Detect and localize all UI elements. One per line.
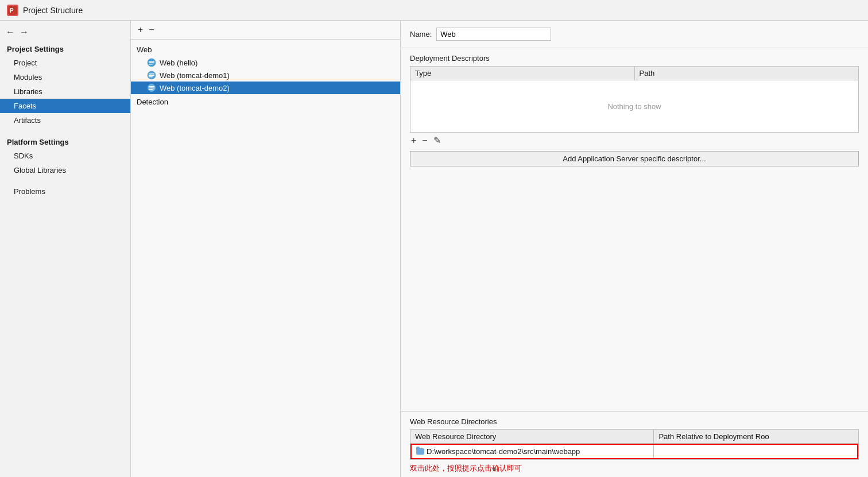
wrd-cell-path (654, 445, 857, 458)
remove-facet-button[interactable]: − (148, 25, 155, 34)
dd-toolbar: + − ✎ (401, 133, 868, 149)
svg-rect-8 (149, 75, 154, 76)
wrd-col-path: Path Relative to Deployment Roo (654, 430, 858, 443)
name-label: Name: (410, 30, 432, 38)
dd-empty-text: Nothing to show (607, 102, 661, 111)
dd-edit-button[interactable]: ✎ (432, 136, 442, 145)
back-button[interactable]: ← (5, 28, 16, 37)
dd-table-body: Nothing to show (410, 80, 858, 132)
folder-icon (416, 448, 424, 455)
facets-tree: Web Web (hello) Web (tomcat-demo1) (131, 40, 400, 477)
sidebar-item-global-libraries[interactable]: Global Libraries (0, 163, 130, 177)
dd-col-type: Type (410, 67, 635, 80)
svg-rect-7 (149, 73, 154, 75)
tree-item-web-tomcat-demo2[interactable]: Web (tomcat-demo2) (131, 82, 400, 94)
web-group-label: Web (131, 43, 400, 56)
wrd-title: Web Resource Directories (401, 412, 868, 429)
deployment-descriptors-section: Deployment Descriptors Type Path Nothing… (401, 48, 868, 230)
deployment-descriptors-table: Type Path Nothing to show (410, 66, 859, 133)
title-bar: P Project Structure (0, 0, 868, 21)
sidebar: ← → Project Settings Project Modules Lib… (0, 21, 131, 477)
wrd-cell-dir: D:\workspace\tomcat-demo2\src\main\webap… (412, 445, 654, 458)
facet-icon-demo1 (147, 71, 156, 80)
wrd-directory-path: D:\workspace\tomcat-demo2\src\main\webap… (427, 447, 580, 456)
middle-toolbar: + − (131, 21, 400, 40)
svg-rect-12 (149, 88, 154, 89)
svg-rect-3 (149, 61, 154, 62)
svg-text:P: P (10, 7, 14, 14)
forward-button[interactable]: → (18, 28, 30, 37)
svg-rect-13 (149, 89, 153, 90)
sidebar-item-artifacts[interactable]: Artifacts (0, 113, 130, 127)
tree-item-hello-label: Web (hello) (160, 59, 197, 67)
sidebar-item-facets[interactable]: Facets (0, 99, 130, 113)
window-title: Project Structure (23, 6, 83, 15)
right-spacer (401, 230, 868, 411)
wrd-row[interactable]: D:\workspace\tomcat-demo2\src\main\webap… (410, 444, 858, 459)
add-facet-button[interactable]: + (137, 25, 144, 34)
svg-rect-9 (149, 76, 153, 77)
tree-item-web-hello[interactable]: Web (hello) (131, 56, 400, 69)
name-row: Name: (401, 21, 868, 48)
main-layout: ← → Project Settings Project Modules Lib… (0, 21, 868, 477)
tree-item-demo1-label: Web (tomcat-demo1) (160, 71, 230, 80)
hint-text: 双击此处，按照提示点击确认即可 (401, 460, 868, 477)
name-input[interactable] (436, 28, 551, 41)
add-descriptor-button[interactable]: Add Application Server specific descript… (410, 151, 859, 166)
dd-col-path: Path (635, 67, 859, 80)
facet-icon-demo2 (147, 83, 156, 92)
tree-item-demo2-label: Web (tomcat-demo2) (160, 84, 230, 92)
nav-arrows: ← → (0, 25, 130, 41)
sidebar-item-problems[interactable]: Problems (0, 184, 130, 199)
detection-label: Detection (131, 94, 400, 110)
sidebar-item-project[interactable]: Project (0, 56, 130, 70)
dd-remove-button[interactable]: − (421, 136, 428, 145)
deployment-descriptors-title: Deployment Descriptors (401, 48, 868, 66)
sidebar-item-modules[interactable]: Modules (0, 70, 130, 84)
dd-table-header: Type Path (410, 67, 858, 80)
app-icon: P (7, 5, 18, 16)
middle-panel: + − Web Web (hello) (131, 21, 401, 477)
web-resource-directories-section: Web Resource Directories Web Resource Di… (401, 411, 868, 477)
wrd-table-header: Web Resource Directory Path Relative to … (410, 430, 858, 444)
svg-rect-11 (149, 86, 154, 87)
dd-add-button[interactable]: + (410, 136, 417, 145)
tree-item-web-tomcat-demo1[interactable]: Web (tomcat-demo1) (131, 69, 400, 82)
wrd-col-dir: Web Resource Directory (410, 430, 654, 443)
platform-settings-label: Platform Settings (0, 134, 130, 149)
sidebar-item-libraries[interactable]: Libraries (0, 84, 130, 99)
svg-rect-5 (149, 64, 153, 65)
right-panel: Name: Deployment Descriptors Type Path N… (401, 21, 868, 477)
sidebar-item-sdks[interactable]: SDKs (0, 149, 130, 163)
svg-rect-4 (149, 63, 154, 64)
wrd-table: Web Resource Directory Path Relative to … (410, 429, 859, 460)
facet-icon-hello (147, 58, 156, 67)
project-settings-label: Project Settings (0, 41, 130, 56)
